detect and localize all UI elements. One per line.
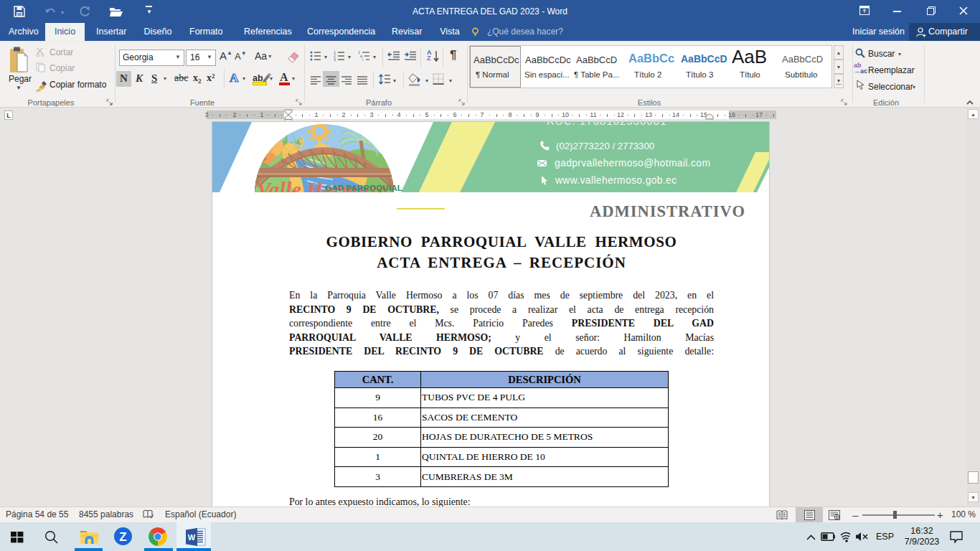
svg-text:www.vallehermoso.gob.ec: www.vallehermoso.gob.ec — [555, 175, 677, 186]
svg-text:RUC: 1768162530001: RUC: 1768162530001 — [547, 122, 666, 127]
svg-text:(02)2773220 / 2773300: (02)2773220 / 2773300 — [556, 141, 654, 151]
svg-text:W: W — [188, 533, 196, 542]
svg-text:GAD PARROQUIAL: GAD PARROQUIAL — [325, 184, 402, 192]
svg-text:gadprvallehermoso@hotmail.com: gadprvallehermoso@hotmail.com — [555, 158, 710, 169]
svg-text:i: i — [362, 57, 363, 61]
svg-text:3: 3 — [334, 57, 336, 61]
svg-text:Z: Z — [119, 530, 126, 544]
